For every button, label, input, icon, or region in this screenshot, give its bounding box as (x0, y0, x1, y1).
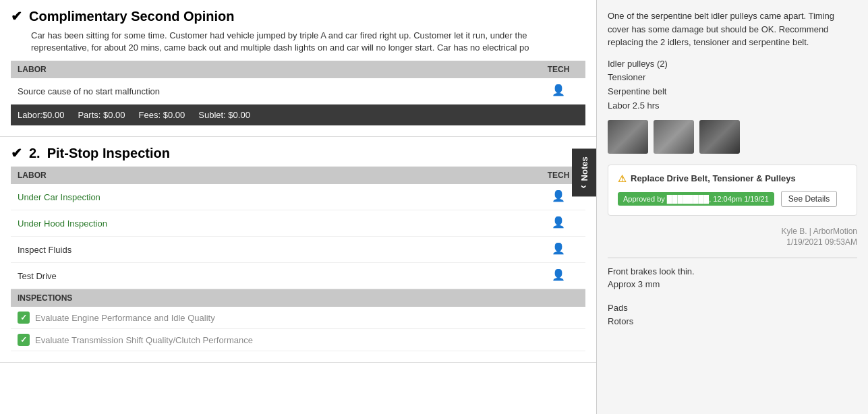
inspection-item: Evaluate Engine Performance and Idle Qua… (11, 307, 585, 329)
tech-cell (531, 237, 585, 263)
alert-box-belt: ⚠ Replace Drive Belt, Tensioner & Pulley… (608, 165, 857, 216)
section-header-second-opinion: ✔ Complimentary Second Opinion (11, 8, 585, 24)
labor-item-label: Source cause of no start malfunction (11, 78, 531, 105)
inspections-header: INSPECTIONS (11, 289, 585, 307)
thumbnails-container (608, 120, 857, 154)
labor-table-section1: LABOR TECH Source cause of no start malf… (11, 61, 585, 105)
right-section-brakes: Front brakes look thin. Approx 3 mm Pads… (608, 265, 857, 330)
list-item: Rotors (608, 315, 857, 329)
section-header-pit-stop: ✔ 2. Pit-Stop Inspection (11, 145, 585, 161)
table-row: Under Car Inspection (11, 184, 585, 210)
inspection-checkbox[interactable] (18, 334, 30, 346)
notes-tab[interactable]: › Notes (572, 148, 596, 196)
list-item: Pads (608, 301, 857, 316)
right-panel: One of the serpentine belt idler pulleys… (597, 0, 868, 414)
sublet-total: Sublet: $0.00 (198, 110, 250, 120)
list-item: Serpentine belt (608, 85, 857, 99)
labor-item-label: Under Hood Inspection (11, 210, 531, 237)
fees-total: Fees: $0.00 (139, 110, 185, 120)
labor-col-header-1: LABOR (11, 61, 531, 78)
labor-item-label: Under Car Inspection (11, 184, 531, 210)
divider (608, 258, 857, 258)
checkmark-second-opinion: ✔ (11, 8, 22, 24)
approved-row: Approved by ████████, 12:04pm 1/19/21 Se… (618, 191, 847, 207)
section-title-second-opinion: Complimentary Second Opinion (29, 9, 234, 24)
table-row: Source cause of no start malfunction (11, 78, 585, 105)
thumbnail-1[interactable] (608, 120, 648, 154)
checkmark-pit-stop: ✔ (11, 145, 22, 161)
tech-cell (531, 210, 585, 237)
section-number-pit-stop: 2. (29, 146, 40, 161)
inspection-item: Evaluate Transmission Shift Quality/Clut… (11, 329, 585, 351)
tech-cell (531, 78, 585, 105)
notes-chevron-icon: › (578, 185, 590, 188)
labor-table-section2: LABOR TECH Under Car InspectionUnder Hoo… (11, 167, 585, 289)
totals-row-section1: Labor:$0.00 Parts: $0.00 Fees: $0.00 Sub… (11, 105, 585, 125)
right-section-belt: One of the serpentine belt idler pulleys… (608, 9, 857, 247)
labor-total: Labor:$0.00 (18, 110, 64, 120)
section-pit-stop: ✔ 2. Pit-Stop Inspection LABOR TECH Unde… (0, 137, 596, 363)
person-icon (552, 268, 565, 283)
approved-badge: Approved by ████████, 12:04pm 1/19/21 (618, 192, 774, 206)
labor-item-label: Inspect Fluids (11, 237, 531, 263)
person-icon (552, 242, 565, 257)
labor-item-label: Test Drive (11, 263, 531, 289)
parts-total: Parts: $0.00 (78, 110, 125, 120)
brakes-description-1: Front brakes look thin. (608, 265, 857, 278)
author-line: Kyle B. | ArborMotion (608, 227, 857, 236)
person-icon (552, 189, 565, 204)
table-row: Under Hood Inspection (11, 210, 585, 237)
table-row: Inspect Fluids (11, 237, 585, 263)
inspection-label: Evaluate Engine Performance and Idle Qua… (35, 313, 215, 323)
alert-title-belt: ⚠ Replace Drive Belt, Tensioner & Pulley… (618, 173, 847, 184)
person-icon (552, 84, 565, 98)
parts-list-2: PadsRotors (608, 301, 857, 330)
person-icon (552, 216, 565, 231)
thumbnail-3[interactable] (699, 120, 740, 154)
warning-icon: ⚠ (618, 173, 627, 184)
list-item: Tensioner (608, 71, 857, 85)
tech-cell (531, 263, 585, 289)
section-second-opinion: ✔ Complimentary Second Opinion Car has b… (0, 0, 596, 137)
right-description-belt: One of the serpentine belt idler pulleys… (608, 9, 857, 49)
parts-list: Idler pulleys (2)TensionerSerpentine bel… (608, 57, 857, 113)
timestamp-line: 1/19/2021 09:53AM (608, 237, 857, 247)
thumbnail-2[interactable] (654, 120, 694, 154)
see-details-button[interactable]: See Details (781, 191, 837, 207)
tech-col-header-1: TECH (531, 61, 585, 78)
inspection-checkbox[interactable] (18, 312, 30, 324)
list-item: Idler pulleys (2) (608, 57, 857, 71)
section-title-pit-stop: Pit-Stop Inspection (47, 146, 170, 161)
inspection-items-container: Evaluate Engine Performance and Idle Qua… (11, 307, 585, 351)
inspection-label: Evaluate Transmission Shift Quality/Clut… (35, 335, 253, 345)
section-description-second-opinion: Car has been sitting for some time. Cust… (31, 30, 585, 54)
brakes-description-2: Approx 3 mm (608, 278, 857, 291)
left-panel: ✔ Complimentary Second Opinion Car has b… (0, 0, 597, 414)
alert-title-text: Replace Drive Belt, Tensioner & Pulleys (631, 173, 796, 183)
notes-label: Notes (579, 156, 589, 181)
labor-col-header-2: LABOR (11, 167, 531, 184)
list-item: Labor 2.5 hrs (608, 99, 857, 113)
table-row: Test Drive (11, 263, 585, 289)
